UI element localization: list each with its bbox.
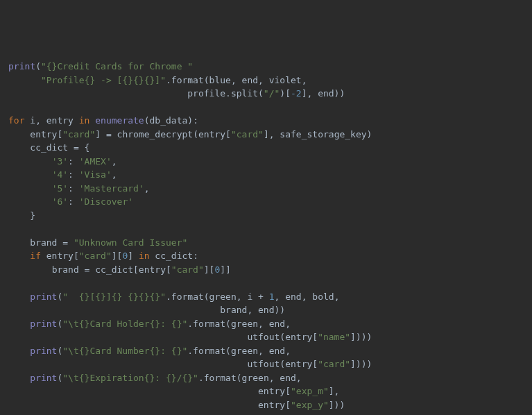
mid: ] = chrome_decrypt(entry[ xyxy=(95,129,231,139)
number-literal: 1 xyxy=(269,291,275,302)
lhs: entry[ xyxy=(30,129,62,139)
dict-close: } xyxy=(30,210,35,221)
code-line: '5': 'Mastercard', xyxy=(8,183,150,194)
code-line: '6': 'Discover' xyxy=(8,196,133,207)
string-literal: "card" xyxy=(171,264,204,275)
code-line: print(" {}[{}]{} {}{}{}".format(green, i… xyxy=(8,291,339,302)
string-literal: "exp_m" xyxy=(291,386,329,396)
string-literal: "Unknown Card Issuer" xyxy=(74,237,187,248)
code-line: print("\t{}Card Number{}: {}".format(gre… xyxy=(8,346,291,356)
string-literal: "{}Credit Cards for Chrome " xyxy=(41,61,193,71)
string-literal: "Profile{} -> [{}{}{}]" xyxy=(41,75,166,85)
string-literal: "exp_y" xyxy=(291,400,329,410)
string-literal: "\t{}Expiration{}: {}/{}" xyxy=(62,373,198,383)
string-literal: "/" xyxy=(264,88,280,99)
code-line: utfout(entry["card"]))) xyxy=(8,359,372,369)
method-call: .format xyxy=(166,291,204,302)
number-literal: -2 xyxy=(291,88,302,99)
builtin-print: print xyxy=(30,291,57,302)
builtin-enumerate: enumerate xyxy=(95,115,144,126)
dict-key: '4' xyxy=(52,169,68,180)
loop-vars: i, entry xyxy=(24,115,78,126)
code-line: '3': 'AMEX', xyxy=(8,156,117,167)
lhs: brand = xyxy=(30,237,74,248)
string-literal: "card" xyxy=(231,129,264,139)
method-call: .format xyxy=(166,75,204,85)
code-line: "Profile{} -> [{}{}{}]".format(blue, end… xyxy=(8,75,307,85)
code-line: brand, end)) xyxy=(8,305,285,315)
dict-key: '6' xyxy=(52,196,68,207)
rhs: ], safe_storage_key) xyxy=(264,129,372,139)
code-line: print("\t{}Expiration{}: {}/{}".format(g… xyxy=(8,373,302,383)
string-literal: "card" xyxy=(318,359,350,369)
code-line: entry["exp_m"], xyxy=(8,386,339,396)
code-line: utfout(entry["name"]))) xyxy=(8,332,372,342)
args: (db_data): xyxy=(144,115,198,126)
keyword-in: in xyxy=(79,115,90,126)
code-line: profile.split("/")[-2], end)) xyxy=(8,88,345,99)
args: profile.split( xyxy=(187,88,264,99)
args: (blue, end, violet, xyxy=(204,75,307,85)
idx: )[ xyxy=(280,88,291,99)
string-literal: "card" xyxy=(62,129,95,139)
builtin-print: print xyxy=(30,346,57,356)
paren: ( xyxy=(35,61,41,71)
string-literal: "\t{}Card Number{}: {}" xyxy=(62,346,187,356)
string-literal: "\t{}Card Holder{}: {}" xyxy=(62,319,187,329)
dict-val: 'Mastercard' xyxy=(79,183,144,194)
dict-key: '5' xyxy=(52,183,68,194)
dict-val: 'AMEX' xyxy=(79,156,112,167)
code-line: cc_dict = { xyxy=(8,142,89,153)
code-line: brand = cc_dict[entry["card"][0]] xyxy=(8,264,231,275)
keyword-if: if xyxy=(30,251,41,261)
code-editor[interactable]: print("{}Credit Cards for Chrome " "Prof… xyxy=(8,60,524,412)
code-line: print("\t{}Card Holder{}: {}".format(gre… xyxy=(8,319,291,329)
code-line: brand = "Unknown Card Issuer" xyxy=(8,237,187,248)
dict-val: 'Discover' xyxy=(79,196,133,207)
builtin-print: print xyxy=(30,373,57,383)
builtin-print: print xyxy=(30,319,57,329)
keyword-for: for xyxy=(8,115,24,126)
dict-val: 'Visa' xyxy=(79,169,112,180)
string-literal: " {}[{}]{} {}{}{}" xyxy=(62,291,166,302)
code-line: } xyxy=(8,210,35,221)
method-call: .format xyxy=(198,373,237,383)
method-call: .format xyxy=(187,319,225,329)
code-line: entry["card"] = chrome_decrypt(entry["ca… xyxy=(8,129,372,139)
code-line: '4': 'Visa', xyxy=(8,169,117,180)
keyword-in: in xyxy=(139,251,150,261)
idx: ], end)) xyxy=(302,88,345,99)
string-literal: "card" xyxy=(79,251,112,261)
code-line: print("{}Credit Cards for Chrome " xyxy=(8,61,193,71)
method-call: .format xyxy=(187,346,225,356)
code-line: for i, entry in enumerate(db_data): xyxy=(8,115,198,126)
code-line: entry["exp_y"])) xyxy=(8,400,345,410)
string-literal: "name" xyxy=(318,332,350,342)
builtin-print: print xyxy=(8,61,35,71)
dict-key: '3' xyxy=(52,156,68,167)
dict-open: cc_dict = { xyxy=(30,142,89,153)
code-line: if entry["card"][0] in cc_dict: xyxy=(8,251,198,261)
